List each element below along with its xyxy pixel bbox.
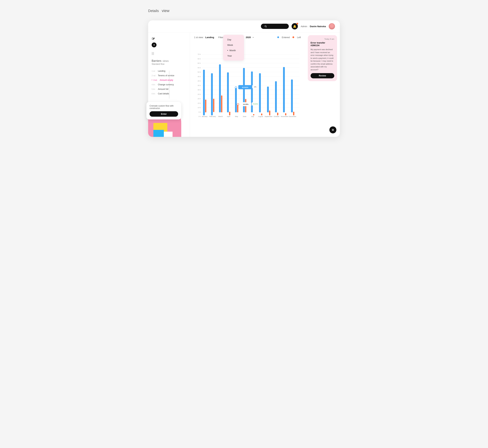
year-filter[interactable]: 2020 → [246,36,254,39]
svg-text:-2%: -2% [254,86,256,88]
standard-flow-label: Standard flow [152,63,186,65]
cta-enter-button[interactable]: Enter [149,111,178,117]
top-bar: 🔔 Admin : Daxim Nainska [148,20,340,32]
view-filter: 1 st view : Landing [194,36,214,39]
bar-jul-left [253,114,254,115]
deco-white-shape [164,132,173,137]
period-dropdown: Day Week Month Year [223,35,244,61]
barriers-title-suffix: views [163,60,169,62]
bar-oct-left [277,113,278,115]
admin-info: Admin : Daxim Nainska [301,25,326,28]
cta-box: Crereate custom flow with constructor. E… [146,102,181,120]
avatar [329,23,335,29]
dropdown-item-week[interactable]: Week [223,42,244,48]
year-arrow-icon: → [252,36,254,39]
view-label: 1 st view : [194,36,204,39]
error-card: Today 9 am Error transfer #266134 My pay… [308,35,337,81]
dropdown-item-year[interactable]: Year [223,53,244,58]
svg-text:32.022%: 32.022% [242,87,248,88]
svg-text:April: April [227,116,230,117]
record-button[interactable]: ⏸ [152,42,157,47]
bar-aug-entered [259,73,261,112]
dropdown-item-day[interactable]: Day [223,37,244,42]
bar-jul-entered [251,72,253,112]
bars-icon: ||| [152,52,186,55]
timestamp-label: Today [324,38,329,40]
page-title: Details view [148,7,340,13]
svg-text:October: October [274,116,279,117]
title-bold: Details [148,9,159,13]
svg-text:30 k: 30 k [198,89,201,91]
entered-legend-label: Entered [282,36,290,39]
bottom-action-button[interactable] [329,126,336,133]
svg-text:December: December [289,116,296,117]
barriers-title-text: Barriers [152,59,161,62]
svg-text:August: August [258,116,263,117]
svg-text:15 k: 15 k [198,102,201,104]
svg-text:35 k: 35 k [198,85,201,86]
pause-icon: ⏸ [153,44,155,46]
bar-apr-left [229,112,230,115]
bell-icon: 🔔 [293,25,297,28]
bar-mar-left [221,96,222,112]
bar-may-entered [235,88,237,112]
deco-blue-shape [153,130,164,137]
tooltip-marker-lower [237,104,239,105]
svg-text:0 k: 0 k [199,116,201,117]
bar-feb-entered [211,73,213,115]
main-content: 1 st view : Landing Filtered by : month … [190,32,305,137]
error-timestamp: Today 9 am [311,38,334,40]
svg-text:50 k: 50 k [198,71,201,73]
search-icon [265,25,267,27]
chart-filters: 1 st view : Landing Filtered by : month … [194,36,301,39]
svg-text:65 k: 65 k [198,58,201,60]
svg-text:70 k: 70 k [198,53,201,55]
bar-jan-entered [203,70,205,115]
barriers-title: Barriers views [152,58,186,63]
cta-text: Crereate custom flow with constructor. [149,105,178,110]
admin-label: Admin : [301,25,308,28]
svg-text:14.15%: 14.15% [243,104,248,105]
dashboard-body: ☞ ⏸ ||| Barriers views Standard flow 1 s… [148,32,340,137]
svg-text:60 k: 60 k [198,62,201,64]
bar-chart: 70 k 65 k 60 k 55 k 50 k 45 k 40 k 35 k … [194,42,301,126]
review-button[interactable]: Review [311,73,334,78]
svg-text:May: May [235,116,238,117]
svg-text:10 k: 10 k [198,107,201,108]
timestamp-time: 9 am [330,38,334,40]
record-icon [331,128,334,131]
bar-mar-entered [219,64,221,112]
tooltip-marker-upper [235,87,237,88]
svg-text:20 k: 20 k [198,98,201,100]
view-value: Landing [205,36,214,39]
svg-point-0 [265,25,266,27]
bar-may-left [237,104,239,112]
svg-text:November: November [281,116,288,117]
notification-badge [297,23,298,24]
notification-button[interactable]: 🔔 [292,23,298,29]
search-bar[interactable] [261,24,289,29]
bar-sep-left [269,111,270,115]
bar-nov-left [285,113,286,115]
dropdown-item-month[interactable]: Month [223,48,244,53]
svg-text:5 k: 5 k [199,111,201,113]
svg-text:February: February [209,116,216,117]
year-value: 2020 [246,36,251,39]
bar-oct-entered [275,81,277,112]
svg-text:45 k: 45 k [198,76,201,78]
error-description: My payment was declined and I have recei… [311,48,334,71]
avatar-image [329,23,335,29]
chart-container: 70 k 65 k 60 k 55 k 50 k 45 k 40 k 35 k … [194,42,301,126]
sidebar-logo: ☞ [152,37,186,41]
svg-text:40 k: 40 k [198,80,201,82]
bar-sep-entered [267,87,269,112]
entered-legend-dot [277,36,279,38]
svg-line-1 [266,27,267,27]
admin-name: Daxim Nainska [310,25,326,28]
bar-apr-entered [227,72,229,112]
svg-text:March: March [218,116,223,117]
svg-text:+0.21%: +0.21% [253,103,258,105]
bar-aug-left [261,113,262,115]
title-suffix: view [162,8,169,13]
flow-divider [169,71,169,99]
